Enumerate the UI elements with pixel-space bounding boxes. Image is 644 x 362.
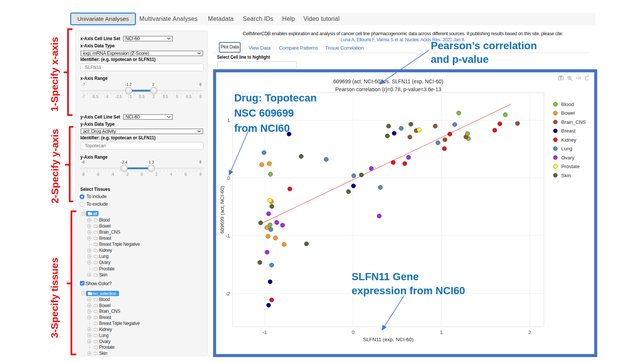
svg-text:-1: -1 (225, 233, 230, 239)
svg-text:Ovary: Ovary (561, 155, 575, 161)
svg-text:Skin: Skin (561, 173, 571, 178)
svg-text:609699 (act, NCI-60) vs. SLFN1: 609699 (act, NCI-60) vs. SLFN11 (exp, NC… (333, 79, 443, 84)
svg-text:1: 1 (440, 329, 442, 335)
svg-text:1-Specify x-axis: 1-Specify x-axis (49, 37, 60, 111)
svg-text:-2: -2 (225, 291, 230, 296)
svg-text:and p-value: and p-value (431, 53, 489, 65)
svg-text:Bowel: Bowel (561, 110, 575, 116)
svg-text:Prostate: Prostate (561, 164, 580, 169)
svg-text:-1: -1 (263, 329, 267, 335)
svg-text:from NCI60: from NCI60 (234, 122, 290, 134)
svg-text:Pearson correlation (r)=0.78,: Pearson correlation (r)=0.78, p-value=3.… (335, 87, 441, 92)
svg-text:Brain_CNS: Brain_CNS (561, 119, 586, 125)
svg-text:0: 0 (227, 175, 230, 181)
svg-text:609699 (act, NCI-60): 609699 (act, NCI-60) (219, 186, 225, 234)
svg-text:Kidney: Kidney (561, 137, 577, 143)
svg-text:Drug: Topotecan: Drug: Topotecan (234, 92, 317, 104)
svg-text:0: 0 (352, 329, 354, 335)
svg-text:2-Specify y-axis: 2-Specify y-axis (49, 129, 61, 203)
svg-text:3-Specify tissues: 3-Specify tissues (49, 257, 60, 338)
svg-text:Lung: Lung (561, 146, 572, 151)
svg-text:Breast: Breast (561, 128, 576, 134)
svg-text:SLFN11 (exp, NCI-60): SLFN11 (exp, NCI-60) (363, 337, 413, 342)
svg-text:2: 2 (528, 329, 531, 335)
svg-text:1: 1 (227, 117, 230, 123)
svg-text:NSC 609699: NSC 609699 (234, 107, 294, 119)
svg-text:SLFN11 Gene: SLFN11 Gene (352, 271, 419, 282)
svg-text:Pearson’s correlation: Pearson’s correlation (431, 40, 537, 51)
svg-text:Blood: Blood (561, 101, 574, 107)
svg-text:expression from NCI60: expression from NCI60 (352, 285, 465, 296)
